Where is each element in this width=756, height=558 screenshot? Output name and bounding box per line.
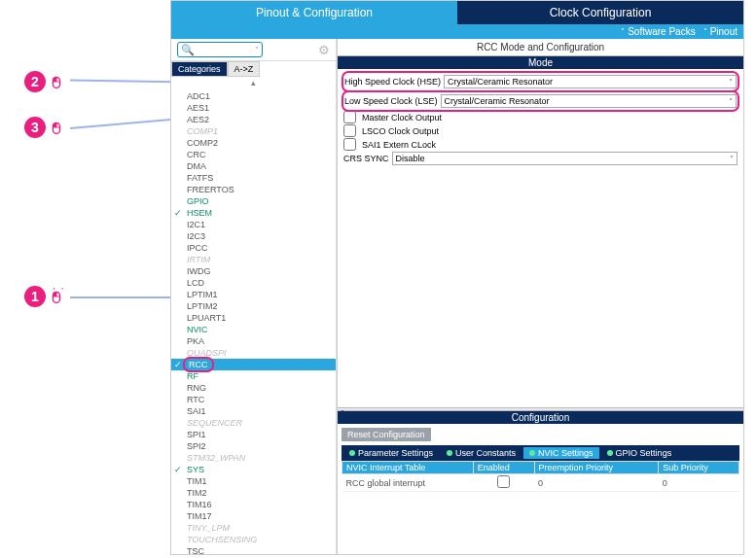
th-interrupt[interactable]: NVIC Interrupt Table: [342, 462, 474, 474]
tree-item-tim2[interactable]: TIM2: [185, 487, 336, 499]
tree-item-lptim1[interactable]: LPTIM1: [185, 289, 336, 300]
enabled-checkbox[interactable]: [497, 475, 510, 488]
tree-item-nvic[interactable]: NVIC: [185, 324, 336, 335]
mouse-click-icon: [48, 119, 65, 136]
config-tabs: Parameter Settings User Constants NVIC S…: [342, 445, 739, 461]
tree-item-adc1[interactable]: ADC1: [185, 90, 336, 102]
subtab-label: Pinout: [710, 26, 738, 37]
th-preempt[interactable]: Preemption Priority: [534, 462, 659, 474]
tree-item-sai1[interactable]: SAI1: [185, 405, 336, 417]
sidebar: 🔍 ˅ ⚙ Categories A->Z ▴ ADC1AES1AES2COMP…: [171, 39, 337, 554]
lse-value: Crystal/Ceramic Resonator: [445, 96, 550, 106]
tree-item-gpio[interactable]: GPIO: [185, 195, 336, 207]
detail-panel: RCC Mode and Configuration Mode High Spe…: [337, 39, 743, 554]
hse-select[interactable]: Crystal/Ceramic Resonator: [444, 75, 737, 88]
th-enabled[interactable]: Enabled: [473, 462, 534, 474]
pill-user-constants[interactable]: User Constants: [441, 447, 522, 459]
config-band: Configuration: [338, 411, 743, 424]
subtab-pinout[interactable]: ˅Pinout: [703, 26, 738, 37]
tree-item-rcc[interactable]: RCC: [171, 359, 336, 370]
tree-item-sequencer[interactable]: SEQUENCER: [185, 417, 336, 429]
tree-item-lptim2[interactable]: LPTIM2: [185, 300, 336, 312]
tree-item-rng[interactable]: RNG: [185, 382, 336, 394]
hse-label: High Speed Clock (HSE): [344, 77, 441, 87]
subtab-software-packs[interactable]: ˅Software Packs: [621, 26, 695, 37]
tree-item-aes1[interactable]: AES1: [185, 102, 336, 114]
table-row[interactable]: RCC global interrupt 0 0: [342, 474, 739, 492]
tree-item-ipcc[interactable]: IPCC: [185, 242, 336, 254]
crs-label: CRS SYNC: [343, 154, 389, 163]
status-dot-icon: [447, 450, 452, 456]
pill-label: NVIC Settings: [538, 448, 594, 458]
lse-row-highlight: Low Speed Clock (LSE) Crystal/Ceramic Re…: [343, 92, 738, 110]
tree-item-fatfs[interactable]: FATFS: [185, 172, 336, 184]
peripheral-tree: ADC1AES1AES2COMP1COMP2CRCDMAFATFSFREERTO…: [171, 88, 336, 554]
cell-int-name: RCC global interrupt: [342, 474, 474, 492]
chevron-down-icon[interactable]: ˅: [255, 46, 259, 54]
cell-preempt: 0: [534, 474, 659, 492]
tree-item-irtim[interactable]: IRTIM: [185, 254, 336, 265]
tree-item-hsem[interactable]: HSEM: [185, 207, 336, 219]
reset-config-button[interactable]: Reset Configuration: [342, 428, 431, 441]
app-window: Pinout & Configuration Clock Configurati…: [170, 0, 744, 555]
tree-item-quadspi[interactable]: QUADSPI: [185, 347, 336, 359]
sidebar-tab-az[interactable]: A->Z: [228, 61, 261, 77]
tab-pinout-config[interactable]: Pinout & Configuration: [171, 1, 457, 24]
tree-item-spi2[interactable]: SPI2: [185, 440, 336, 452]
master-clock-label: Master Clock Output: [362, 113, 442, 122]
tree-item-dma[interactable]: DMA: [185, 160, 336, 172]
panel-title: RCC Mode and Configuration: [338, 39, 743, 56]
tree-item-lcd[interactable]: LCD: [185, 277, 336, 289]
sai1-checkbox[interactable]: [343, 138, 356, 151]
tree-item-iwdg[interactable]: IWDG: [185, 265, 336, 277]
crs-value: Disable: [396, 154, 425, 163]
tree-item-aes2[interactable]: AES2: [185, 114, 336, 125]
th-sub[interactable]: Sub Priority: [659, 462, 739, 474]
content-area: 🔍 ˅ ⚙ Categories A->Z ▴ ADC1AES1AES2COMP…: [171, 39, 743, 554]
tab-clock-config[interactable]: Clock Configuration: [457, 1, 743, 24]
pill-label: Parameter Settings: [358, 448, 433, 458]
tree-item-tim1[interactable]: TIM1: [185, 475, 336, 487]
cell-sub: 0: [659, 474, 739, 492]
tree-item-sys[interactable]: SYS: [185, 464, 336, 475]
sidebar-tabs: Categories A->Z: [171, 61, 336, 77]
tree-item-tim17[interactable]: TIM17: [185, 510, 336, 522]
tree-item-freertos[interactable]: FREERTOS: [185, 184, 336, 195]
tree-item-rf[interactable]: RF: [185, 370, 336, 382]
scroll-up-icon[interactable]: ▴: [171, 77, 336, 88]
tree-item-tiny_lpm[interactable]: TINY_LPM: [185, 522, 336, 534]
tree-item-touchsensing[interactable]: TOUCHSENSING: [185, 534, 336, 545]
tree-item-pka[interactable]: PKA: [185, 335, 336, 347]
tree-item-i2c1[interactable]: I2C1: [185, 219, 336, 230]
tree-item-comp1[interactable]: COMP1: [185, 125, 336, 137]
status-dot-icon: [607, 450, 613, 456]
lse-label: Low Speed Clock (LSE): [344, 96, 438, 106]
sidebar-tab-categories[interactable]: Categories: [171, 61, 228, 77]
pill-nvic-settings[interactable]: NVIC Settings: [523, 447, 599, 459]
pill-parameter-settings[interactable]: Parameter Settings: [343, 447, 439, 459]
tree-item-crc[interactable]: CRC: [185, 149, 336, 160]
tree-item-tim16[interactable]: TIM16: [185, 499, 336, 510]
callout-num-1: 1: [24, 286, 46, 307]
tree-item-comp2[interactable]: COMP2: [185, 137, 336, 149]
mouse-click-icon: [48, 73, 65, 90]
tree-item-tsc[interactable]: TSC: [185, 545, 336, 554]
mode-band: Mode: [338, 56, 743, 69]
sai1-label: SAI1 Extern CLock: [362, 140, 436, 150]
tree-item-rtc[interactable]: RTC: [185, 394, 336, 405]
top-tabbar: Pinout & Configuration Clock Configurati…: [171, 1, 743, 24]
tree-item-spi1[interactable]: SPI1: [185, 429, 336, 440]
lse-select[interactable]: Crystal/Ceramic Resonator: [441, 94, 737, 108]
search-input[interactable]: [195, 45, 253, 55]
lsco-checkbox[interactable]: [343, 124, 356, 137]
master-clock-checkbox[interactable]: [343, 111, 356, 123]
crs-select[interactable]: Disable: [392, 152, 738, 165]
tree-item-i2c3[interactable]: I2C3: [185, 230, 336, 242]
arrow-1: [70, 296, 175, 298]
tree-item-stm32_wpan[interactable]: STM32_WPAN: [185, 452, 336, 464]
pill-gpio-settings[interactable]: GPIO Settings: [601, 447, 678, 459]
tree-item-lpuart1[interactable]: LPUART1: [185, 312, 336, 324]
gear-icon[interactable]: ⚙: [318, 43, 330, 57]
search-field[interactable]: 🔍 ˅: [177, 42, 263, 57]
nvic-table: NVIC Interrupt Table Enabled Preemption …: [342, 461, 739, 492]
